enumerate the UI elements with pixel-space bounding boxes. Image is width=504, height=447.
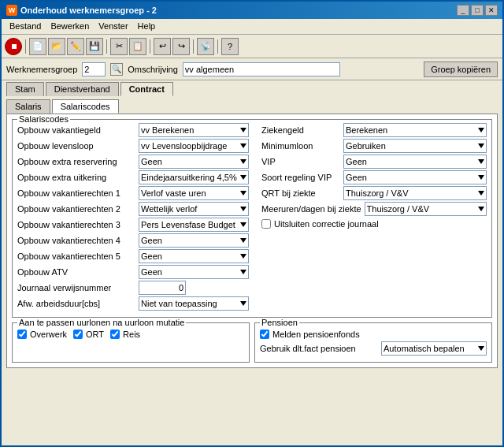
- atv-row: Opbouw ATV Geen: [17, 265, 249, 279]
- vakantierechten2-select[interactable]: Wettelijk verlof: [139, 202, 249, 216]
- toolbar-separator-3: [150, 39, 150, 54]
- menu-bewerken[interactable]: Bewerken: [46, 20, 94, 32]
- menu-venster[interactable]: Venster: [94, 20, 132, 32]
- stop-button[interactable]: ⏹: [5, 38, 22, 55]
- window-title: Onderhoud werknemersgroep - 2: [20, 6, 157, 15]
- vakantierechten2-row: Opbouw vakantierechten 2 Wettelijk verlo…: [17, 202, 249, 216]
- journaal-input[interactable]: [139, 281, 186, 295]
- tab-dienstverband[interactable]: Dienstverband: [46, 82, 119, 96]
- title-bar-left: W Onderhoud werknemersgroep - 2: [6, 5, 157, 16]
- pensioen-section: Pensioen Melden pensioenfonds Gebruik dl…: [254, 322, 492, 363]
- undo-button[interactable]: ↩: [154, 38, 171, 55]
- journaal-row: Journaal verwijsnummer: [17, 281, 249, 295]
- overwerk-row: Overwerk: [17, 330, 67, 339]
- save-button[interactable]: 💾: [86, 38, 103, 55]
- levensloop-select[interactable]: vv Levensloopbijdrage: [139, 139, 249, 153]
- vip-select[interactable]: Geen: [343, 155, 487, 169]
- title-bar: W Onderhoud werknemersgroep - 2 _ □ ✕: [2, 2, 502, 19]
- levensloop-row: Opbouw levensloop vv Levensloopbijdrage: [17, 139, 249, 153]
- ort-checkbox[interactable]: [73, 330, 83, 339]
- vakantierechten4-label: Opbouw vakantierechten 4: [17, 236, 135, 245]
- vakantierechten1-select[interactable]: Verlof vaste uren: [139, 186, 249, 200]
- extra-reservering-select[interactable]: Geen: [139, 155, 249, 169]
- vakantierechten5-row: Opbouw vakantierechten 5 Geen: [17, 249, 249, 263]
- gebruik-select[interactable]: Automatisch bepalen: [381, 341, 487, 356]
- extra-uitkering-select[interactable]: Eindejaarsuitkering 4,5%: [139, 170, 249, 184]
- overwerk-checkbox[interactable]: [17, 330, 27, 339]
- minimumloon-select[interactable]: Gebruiken: [343, 139, 487, 153]
- bottom-sections: Aan te passen uurlonen na uurloon mutati…: [12, 322, 492, 363]
- werknemersgroep-icon[interactable]: 🔍: [110, 63, 123, 76]
- melden-label: Melden pensioenfonds: [272, 330, 360, 339]
- edit-button[interactable]: ✏️: [67, 38, 84, 55]
- reis-checkbox[interactable]: [110, 330, 120, 339]
- open-button[interactable]: 📂: [48, 38, 65, 55]
- arbeidsduur-label: Afw. arbeidsduur[cbs]: [17, 299, 135, 308]
- menu-help[interactable]: Help: [133, 20, 161, 32]
- vakantierechten5-select[interactable]: Geen: [139, 249, 249, 263]
- redo-button[interactable]: ↪: [172, 38, 190, 55]
- tab-contract[interactable]: Contract: [120, 82, 173, 96]
- overwerk-label: Overwerk: [30, 330, 67, 339]
- right-column: Ziekengeld Berekenen Minimumloon Gebruik…: [261, 123, 487, 312]
- extra-reservering-row: Opbouw extra reservering Geen: [17, 155, 249, 169]
- main-tabs: Stam Dienstverband Contract: [2, 80, 502, 96]
- ort-row: ORT: [73, 330, 104, 339]
- gebruik-row: Gebruik dlt.fact pensioen Automatisch be…: [260, 341, 487, 356]
- omschrijving-input[interactable]: [183, 62, 340, 76]
- salariscodes-grid: Opbouw vakantiegeld vv Berekenen Opbouw …: [17, 123, 487, 312]
- aanpassen-items: Overwerk ORT Reis: [17, 330, 244, 341]
- meeruren-row: Meeruren/dagen bij ziekte Thuiszorg / V&…: [261, 202, 487, 216]
- uitsluiten-checkbox[interactable]: [261, 219, 271, 229]
- werknemersgroep-bar: Werknemersgroep 🔍 Omschrijving Groep kop…: [2, 58, 502, 80]
- content-area: Salaris Salariscodes Salariscodes Opbouw…: [2, 96, 502, 445]
- ziekengeld-row: Ziekengeld Berekenen: [261, 123, 487, 137]
- vakantierechten2-label: Opbouw vakantierechten 2: [17, 204, 135, 214]
- atv-select[interactable]: Geen: [139, 265, 249, 279]
- toolbar-separator-1: [25, 39, 26, 54]
- copy-button[interactable]: 📋: [129, 38, 146, 55]
- menu-bestand[interactable]: Bestand: [5, 20, 46, 32]
- soort-vip-select[interactable]: Geen: [343, 170, 487, 184]
- cut-button[interactable]: ✂: [110, 38, 128, 55]
- vakantierechten3-select[interactable]: Pers Levensfase Budget: [139, 218, 249, 232]
- sub-tabs: Salaris Salariscodes: [6, 99, 498, 114]
- werknemersgroep-label: Werknemersgroep: [6, 65, 77, 74]
- tab-stam[interactable]: Stam: [6, 82, 44, 96]
- soort-vip-label: Soort regeling VIP: [261, 173, 340, 182]
- menu-bar: Bestand Bewerken Venster Help: [2, 19, 502, 35]
- maximize-button[interactable]: □: [471, 5, 484, 16]
- aanpassen-label: Aan te passen uurlonen na uurloon mutati…: [17, 318, 186, 327]
- tab-salaris[interactable]: Salaris: [6, 99, 50, 114]
- salariscodes-section: Salariscodes Opbouw vakantiegeld vv Bere…: [12, 119, 492, 318]
- main-window: W Onderhoud werknemersgroep - 2 _ □ ✕ Be…: [0, 0, 504, 447]
- omschrijving-label: Omschrijving: [128, 65, 178, 74]
- ziekengeld-select[interactable]: Berekenen: [343, 123, 487, 137]
- qrt-label: QRT bij ziekte: [261, 188, 340, 198]
- help-button[interactable]: ?: [221, 38, 239, 55]
- tab-salariscodes[interactable]: Salariscodes: [52, 99, 119, 114]
- werknemersgroep-input[interactable]: [82, 62, 106, 76]
- arbeidsduur-select[interactable]: Niet van toepassing: [139, 296, 249, 311]
- reis-label: Reis: [123, 330, 140, 339]
- extra-uitkering-row: Opbouw extra uitkering Eindejaarsuitkeri…: [17, 170, 249, 184]
- vakantiegeld-select[interactable]: vv Berekenen: [139, 123, 249, 137]
- close-button[interactable]: ✕: [485, 5, 498, 16]
- meeruren-label: Meeruren/dagen bij ziekte: [261, 204, 361, 214]
- melden-checkbox[interactable]: [260, 330, 269, 339]
- groep-kopieren-button[interactable]: Groep kopiëren: [424, 61, 498, 77]
- ziekengeld-label: Ziekengeld: [261, 125, 340, 135]
- atv-label: Opbouw ATV: [17, 267, 135, 277]
- left-column: Opbouw vakantiegeld vv Berekenen Opbouw …: [17, 123, 249, 312]
- aanpassen-section: Aan te passen uurlonen na uurloon mutati…: [12, 322, 250, 363]
- salariscodes-panel: Salariscodes Opbouw vakantiegeld vv Bere…: [6, 114, 498, 368]
- new-button[interactable]: 📄: [29, 38, 46, 55]
- meeruren-select[interactable]: Thuiszorg / V&V: [365, 202, 487, 216]
- melden-row: Melden pensioenfonds: [260, 330, 487, 339]
- toolbar: ⏹ 📄 📂 ✏️ 💾 ✂ 📋 ↩ ↪ 📡 ?: [2, 35, 502, 58]
- connect-button[interactable]: 📡: [197, 38, 214, 55]
- salariscodes-section-label: Salariscodes: [17, 114, 70, 124]
- vakantierechten4-select[interactable]: Geen: [139, 233, 249, 248]
- minimize-button[interactable]: _: [457, 5, 469, 16]
- qrt-select[interactable]: Thuiszorg / V&V: [343, 186, 487, 200]
